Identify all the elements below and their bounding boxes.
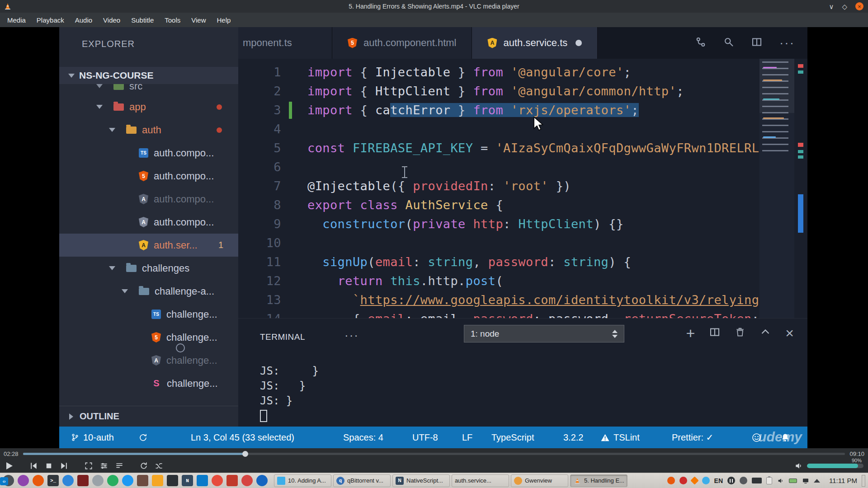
firefox-icon[interactable] (667, 477, 675, 484)
explorer-item-challenge[interactable]: TSchallenge... (59, 303, 238, 326)
status-dot-icon[interactable] (740, 477, 747, 484)
launcher-icon[interactable] (33, 475, 44, 486)
explorer-item-app[interactable]: app (59, 95, 238, 118)
play-button[interactable] (3, 460, 15, 472)
menu-video[interactable]: Video (98, 16, 126, 24)
minimize-icon[interactable]: ∨ (829, 3, 834, 10)
launcher-icon[interactable] (62, 475, 74, 486)
keyboard-layout-indicator[interactable]: EN (714, 477, 723, 484)
explorer-item-challenge[interactable]: Achallenge... (59, 349, 238, 372)
fullscreen-button[interactable] (82, 460, 95, 472)
seek-handle[interactable] (242, 451, 248, 457)
search-editor-icon[interactable] (723, 37, 734, 49)
cursor-position-indicator[interactable]: Ln 3, Col 45 (33 selected) (191, 427, 294, 448)
explorer-item-auth[interactable]: auth (59, 118, 238, 141)
explorer-item-src[interactable]: src (59, 84, 238, 95)
more-actions-icon[interactable]: ··· (779, 36, 795, 50)
close-icon[interactable]: × (855, 2, 863, 10)
code-editor[interactable]: 1import { Injectable } from '@angular/co… (238, 59, 807, 318)
launcher-icon[interactable]: >_ (47, 475, 59, 486)
code-line[interactable]: 7@Injectable({ providedIn: 'root' }) (238, 177, 807, 196)
volume-control[interactable]: 90% (794, 459, 863, 473)
expand-tray-icon[interactable] (814, 479, 820, 483)
loop-button[interactable] (137, 460, 150, 472)
menu-audio[interactable]: Audio (70, 16, 98, 24)
playlist-button[interactable] (113, 460, 126, 472)
encoding-indicator[interactable]: UTF-8 (412, 427, 438, 448)
menu-media[interactable]: Media (2, 16, 31, 24)
terminal-more-icon[interactable]: ··· (344, 328, 359, 343)
explorer-item-authser[interactable]: Aauth.ser...1 (59, 234, 238, 257)
volume-tray-icon[interactable] (777, 477, 784, 484)
next-button[interactable] (58, 460, 71, 472)
editor-tab-auth-service-ts[interactable]: Aauth.service.ts (472, 27, 598, 59)
code-line[interactable]: 10 (238, 234, 807, 253)
extended-settings-button[interactable] (98, 460, 110, 472)
maximize-panel-chevron-icon[interactable] (760, 327, 771, 339)
open-changes-icon[interactable] (695, 37, 706, 49)
shuffle-button[interactable] (153, 460, 165, 472)
launcher-icon[interactable] (167, 475, 178, 486)
project-root-folder[interactable]: NS-NG-COURSE (59, 67, 238, 84)
code-line[interactable]: 1import { Injectable } from '@angular/co… (238, 63, 807, 82)
code-line[interactable]: 3import { catchError } from 'rxjs/operat… (238, 101, 807, 120)
code-line[interactable]: 5const FIREBASE_API_KEY = 'AIzaSyCmQaixQ… (238, 139, 807, 158)
task-button-qBittorrentv[interactable]: qqBittorrent v... (333, 474, 391, 487)
terminal-panel[interactable]: TERMINAL ··· 1: node + × JS: }JS: (238, 318, 807, 427)
launcher-icon[interactable]: N (182, 475, 193, 486)
code-line[interactable]: 4 (238, 120, 807, 139)
launcher-icon[interactable] (137, 475, 148, 486)
menu-view[interactable]: View (186, 16, 211, 24)
language-mode-indicator[interactable]: TypeScript (491, 427, 534, 448)
battery-icon[interactable] (789, 479, 797, 483)
code-line[interactable]: 2import { HttpClient } from '@angular/co… (238, 82, 807, 101)
task-button-NativeScript[interactable]: NNativeScript... (392, 474, 450, 487)
outline-section[interactable]: OUTLINE (59, 406, 238, 427)
diamond-tray-icon[interactable] (690, 476, 698, 484)
terminal-output[interactable]: JS: }JS: }JS: } (260, 364, 319, 426)
launcher-icon[interactable] (92, 475, 104, 486)
menu-subtitle[interactable]: Subtitle (126, 16, 159, 24)
typescript-version[interactable]: 3.2.2 (563, 427, 583, 448)
launcher-icon[interactable] (77, 475, 89, 486)
network-icon[interactable] (802, 477, 809, 484)
launcher-icon[interactable] (241, 475, 253, 486)
code-line[interactable]: 12 return this.http.post( (238, 272, 807, 291)
launcher-icon[interactable] (212, 475, 223, 486)
clock[interactable]: 11:11 PM (829, 477, 857, 484)
menu-playback[interactable]: Playback (31, 16, 70, 24)
seek-slider[interactable] (23, 453, 845, 455)
indentation-indicator[interactable]: Spaces: 4 (343, 427, 383, 448)
explorer-item-authcompo[interactable]: Aauth.compo... (59, 211, 238, 234)
terminal-selector-dropdown[interactable]: 1: node (464, 325, 624, 343)
red-app-icon[interactable] (679, 477, 687, 484)
launcher-icon[interactable] (122, 475, 133, 486)
editor-tab-auth-component-html[interactable]: 5auth.component.html (332, 27, 472, 59)
menu-help[interactable]: Help (212, 16, 236, 24)
launcher-icon[interactable] (197, 475, 208, 486)
show-desktop-strip[interactable] (862, 475, 865, 487)
task-button-5HandlingE[interactable]: 5. Handling E... (570, 474, 627, 487)
minimap[interactable] (760, 59, 794, 318)
overview-ruler[interactable] (794, 59, 807, 318)
editor-tab-mponent-ts[interactable]: mponent.ts (238, 27, 332, 59)
code-line[interactable]: 13 `https://www.googleapis.com/identityt… (238, 291, 807, 310)
git-branch-indicator[interactable]: 10-auth (71, 427, 114, 448)
launcher-icon[interactable] (256, 475, 268, 486)
code-line[interactable]: 8export class AuthService { (238, 196, 807, 215)
video-area[interactable]: EXPLORER NS-NG-COURSE srcappauthTSauth.c… (0, 27, 868, 448)
task-button-authservice[interactable]: ‹›auth.service... (452, 474, 509, 487)
task-button-Gwenview[interactable]: Gwenview (511, 474, 568, 487)
explorer-item-authcompo[interactable]: Aauth.compo... (59, 188, 238, 211)
explorer-item-challengea[interactable]: challenge-a... (59, 280, 238, 303)
prettier-status[interactable]: Prettier: ✓ (672, 427, 713, 448)
volume-slider[interactable] (807, 464, 863, 468)
keyboard-icon[interactable] (752, 478, 762, 483)
terminal-tab[interactable]: TERMINAL (260, 332, 305, 342)
explorer-item-authcompo[interactable]: 5auth.compo... (59, 164, 238, 188)
explorer-item-authcompo[interactable]: TSauth.compo... (59, 141, 238, 164)
tslint-status[interactable]: TSLint (601, 427, 640, 448)
split-editor-icon[interactable] (751, 37, 762, 49)
code-line[interactable]: 6 (238, 158, 807, 177)
explorer-item-challenge[interactable]: Schallenge... (59, 372, 238, 395)
